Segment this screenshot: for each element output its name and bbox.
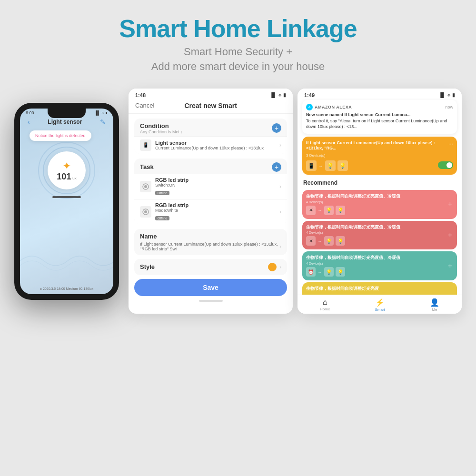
phone-edit-icon[interactable]: ✎: [100, 118, 106, 126]
phone-screen-title: Light sensor: [48, 119, 82, 125]
rgb-led2-status: Offline: [155, 216, 169, 220]
rec1-icon2: 💡: [324, 206, 334, 215]
rec1-count: 4 Device(s): [306, 200, 453, 204]
condition-section: Condition Any Condition Is Met ↓ + 📱 Lig…: [134, 119, 287, 154]
rec3-text: 生物节律，根据时间自动调整灯光亮度值、冷暖值: [306, 255, 453, 261]
rec-card-2[interactable]: 生物节律，根据时间自动调整灯光亮度值、冷暖值 4 Device(s) ☀ → 💡…: [302, 221, 457, 250]
phone-mockup: 6:00 ▐▌ ⟐ ▮ ‹ Light sensor ✎ Notice the …: [14, 103, 119, 300]
arrow-icon: →: [318, 163, 323, 169]
rec1-arrow: →: [317, 208, 322, 213]
nav-smart-label: Smart: [375, 307, 385, 312]
rec-card-1[interactable]: 生物节律，根据时间自动调整灯光亮度值、冷暖值 4 Device(s) ☀ → 💡…: [302, 190, 457, 219]
rec2-add-button[interactable]: +: [448, 231, 452, 239]
style-section[interactable]: Style ›: [134, 259, 287, 275]
rec1-text: 生物节律，根据时间自动调整灯光亮度值、冷暖值: [306, 194, 453, 199]
alexa-notification: A AMAZON ALEXA now New scene named If Li…: [302, 100, 457, 134]
rec2-devices: ☀ → 💡 💡: [306, 236, 453, 246]
rgb-led2-sub: Mode:White: [155, 208, 279, 213]
ss1-status-bar: 1:48 ▐▌⟐▮: [129, 89, 293, 100]
rec3-arrow: →: [317, 269, 322, 275]
rec2-count: 4 Device(s): [306, 231, 453, 234]
rec3-icon3: 💡: [336, 267, 345, 277]
smart-icon: ⚡: [375, 298, 385, 307]
ss2-status-bar: 1:49 ▐▌⟐▮: [298, 89, 462, 100]
task-header: Task +: [134, 159, 287, 174]
task-add-button[interactable]: +: [272, 162, 281, 172]
more-options-icon[interactable]: ···: [448, 140, 453, 147]
rec1-icon3: 💡: [336, 206, 345, 215]
rgb-led2-name: RGB led strip: [155, 202, 279, 208]
nav-home-label: Home: [320, 307, 330, 311]
rgb-led1-info: RGB led strip Switch:ON Offline: [155, 177, 279, 196]
page-title: Smart Home Linkage: [10, 14, 466, 43]
rgb-led2-item[interactable]: RGB led strip Mode:White Offline ›: [134, 199, 287, 224]
light-sensor-item[interactable]: 📱 Light sensor Current Luminance(Up and …: [134, 136, 287, 154]
page-subtitle: Smart Home Security + Add more smart dev…: [10, 45, 466, 74]
ss1-cancel-button[interactable]: Cancel: [135, 102, 154, 109]
phone-back-icon[interactable]: ‹: [28, 118, 30, 126]
scene-toggle[interactable]: [438, 161, 453, 169]
name-row: If Light sensor Current Luminance(Up and…: [140, 242, 281, 251]
rec1-add-button[interactable]: +: [448, 200, 452, 208]
ss2-time: 1:49: [304, 92, 315, 98]
screenshot-smart-home: 1:49 ▐▌⟐▮ A AMAZON ALEXA now New scene n…: [298, 89, 462, 314]
light-sensor-info: Light sensor Current Luminance(Up and do…: [155, 140, 279, 150]
save-button[interactable]: Save: [134, 279, 287, 296]
rgb-led2-info: RGB led strip Mode:White Offline: [155, 202, 279, 221]
notif-appname: AMAZON ALEXA: [315, 105, 352, 109]
screenshot-create-smart: 1:48 ▐▌⟐▮ Cancel Creat new Smart Conditi…: [129, 89, 293, 314]
active-scene-card[interactable]: If Light sensor Current Luminance(Up and…: [302, 137, 457, 175]
rgb-led1-sub: Switch:ON: [155, 183, 279, 188]
wave-decoration: [20, 247, 113, 275]
phone-footer: ● 2020.3.5 18:00 Medium 60-130lux: [20, 287, 113, 290]
ss1-home-indicator: [199, 300, 223, 302]
alexa-icon: A: [306, 104, 313, 110]
rgb-led1-chevron: ›: [279, 183, 281, 190]
rgb-led1-status: Offline: [155, 191, 169, 195]
condition-title: Condition: [140, 122, 183, 129]
active-device-count: 3 Device(s): [306, 153, 453, 158]
ss1-nav: Cancel Creat new Smart: [129, 100, 293, 114]
lamp2-device-icon: 💡: [337, 160, 348, 171]
name-section: Name If Light sensor Current Luminance(U…: [134, 229, 287, 255]
svg-point-3: [144, 210, 147, 213]
rec2-arrow: →: [317, 238, 322, 244]
phone-body: 6:00 ▐▌ ⟐ ▮ ‹ Light sensor ✎ Notice the …: [14, 103, 119, 300]
nav-smart[interactable]: ⚡ Smart: [375, 298, 385, 312]
header: Smart Home Linkage Smart Home Security +…: [0, 0, 476, 84]
rec4-text: 生物节律，根据时间自动调整灯光亮度: [306, 286, 453, 292]
light-sensor-name: Light sensor: [155, 140, 279, 146]
rgb-led1-name: RGB led strip: [155, 177, 279, 183]
sensor-device-icon: 📱: [306, 160, 317, 171]
lamp1-device-icon: 💡: [325, 160, 336, 171]
task-title: Task: [140, 163, 154, 170]
rgb-led2-chevron: ›: [279, 208, 281, 215]
rec1-devices: ☀ → 💡 💡: [306, 206, 453, 215]
nav-home[interactable]: ⌂ Home: [320, 298, 330, 312]
rec-card-3[interactable]: 生物节律，根据时间自动调整灯光亮度值、冷暖值 4 Device(s) ⏰ → 💡…: [302, 251, 457, 280]
rec3-icon2: 💡: [324, 267, 334, 277]
rgb-led1-icon: [140, 181, 151, 192]
phone-notch: [48, 109, 86, 118]
ss2-status-icons: ▐▌⟐▮: [439, 92, 455, 98]
rec3-add-button[interactable]: +: [448, 262, 452, 270]
rgb-led1-item[interactable]: RGB led strip Switch:ON Offline ›: [134, 174, 287, 199]
name-value: If Light sensor Current Luminance(Up and…: [140, 242, 279, 251]
notif-text1: New scene named If Light sensor Current …: [306, 112, 453, 118]
rec2-icon2: 💡: [324, 236, 334, 246]
condition-add-button[interactable]: +: [272, 123, 281, 133]
rec3-devices: ⏰ → 💡 💡: [306, 267, 453, 277]
name-chevron: ›: [279, 243, 281, 250]
style-color-dot: [268, 263, 277, 271]
active-card-text: If Light sensor Current Luminance(Up and…: [306, 140, 453, 151]
rgb-led2-icon: [140, 206, 151, 218]
rec2-text: 生物节律，根据时间自动调整灯光亮度值、冷暖值: [306, 225, 453, 230]
phone-time: 6:00: [26, 110, 34, 115]
recommend-title: Recommend: [298, 178, 462, 188]
light-sensor-chevron: ›: [279, 142, 281, 149]
light-sensor-icon: 📱: [140, 139, 151, 151]
style-title: Style: [140, 263, 155, 270]
nav-me-label: Me: [432, 307, 437, 312]
nav-me[interactable]: 👤 Me: [430, 298, 439, 312]
rec2-icon3: 💡: [336, 236, 345, 246]
